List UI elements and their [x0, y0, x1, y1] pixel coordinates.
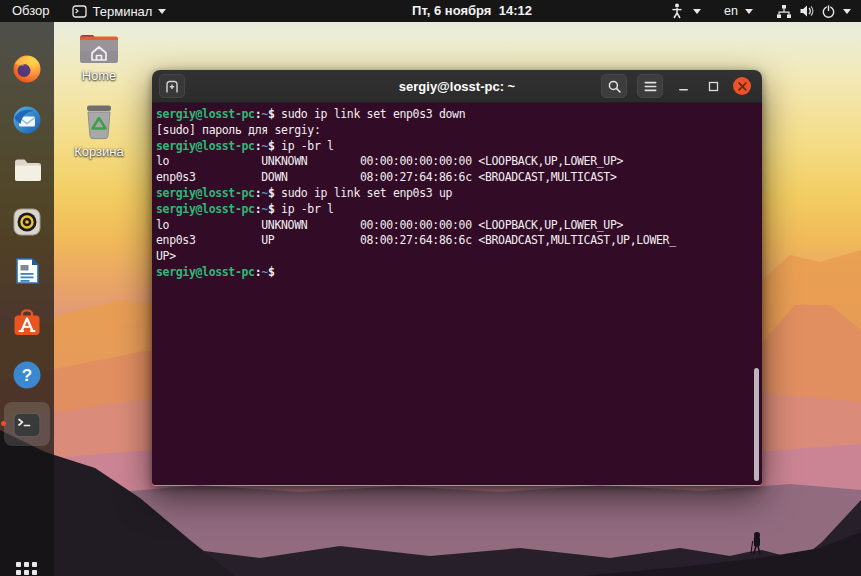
new-tab-button[interactable]	[159, 74, 185, 98]
desktop-icon-label: Корзина	[67, 144, 131, 159]
svg-text:?: ?	[22, 366, 32, 385]
app-menu-label: Терминал	[93, 4, 153, 19]
chevron-down-icon	[158, 9, 166, 14]
scrollbar-thumb[interactable]	[754, 368, 759, 481]
dock-item-help[interactable]: ?	[10, 358, 44, 392]
dock-item-ubuntu-software[interactable]	[10, 306, 44, 340]
terminal-line: UP>	[156, 249, 762, 265]
minimize-button[interactable]	[673, 76, 693, 96]
terminal-line: sergiy@losst-pc:~$ ip -br l	[156, 139, 762, 155]
help-icon: ?	[10, 358, 44, 392]
dock-item-files[interactable]	[10, 153, 44, 187]
close-button[interactable]	[733, 77, 751, 95]
grid-dot	[16, 570, 21, 575]
terminal-line: sergiy@losst-pc:~$ ip -br l	[156, 202, 762, 218]
search-button[interactable]	[601, 74, 627, 98]
power-icon	[821, 4, 836, 19]
dock-item-firefox[interactable]	[10, 52, 44, 86]
libreoffice-writer-icon	[10, 254, 44, 288]
terminal-window: sergiy@losst-pc: ~	[152, 70, 762, 486]
terminal-content[interactable]: sergiy@losst-pc:~$ sudo ip link set enp0…	[152, 103, 762, 485]
trash-icon	[78, 100, 120, 142]
menu-button[interactable]	[637, 74, 663, 98]
desktop-icon-home[interactable]: Home	[67, 28, 131, 83]
firefox-icon	[10, 52, 44, 86]
ubuntu-software-icon	[10, 306, 44, 340]
chevron-down-icon	[843, 9, 851, 14]
terminal-line: sergiy@losst-pc:~$ sudo ip link set enp0…	[156, 186, 762, 202]
terminal-output: sergiy@losst-pc:~$ sudo ip link set enp0…	[156, 107, 762, 281]
rhythmbox-icon	[10, 205, 44, 239]
dock-item-rhythmbox[interactable]	[10, 205, 44, 239]
home-folder-icon	[76, 28, 122, 66]
chevron-down-icon	[745, 9, 753, 14]
terminal-line: lo UNKNOWN 00:00:00:00:00:00 <LOOPBACK,U…	[156, 154, 762, 170]
thunderbird-icon	[10, 103, 44, 137]
terminal-line: enp0s3 DOWN 08:00:27:64:86:6c <BROADCAST…	[156, 170, 762, 186]
dock-item-libreoffice-writer[interactable]	[10, 254, 44, 288]
language-menu[interactable]: en	[724, 4, 753, 18]
top-bar: Обзор Терминал Пт, 6 ноября 14:12 en	[0, 0, 861, 22]
grid-dot	[32, 562, 37, 567]
show-applications-button[interactable]	[16, 562, 40, 576]
titlebar-controls	[601, 74, 762, 98]
new-tab-icon	[164, 79, 180, 94]
hamburger-menu-icon	[644, 81, 657, 92]
dock-item-thunderbird[interactable]	[10, 103, 44, 137]
files-icon	[10, 153, 44, 187]
maximize-button[interactable]	[703, 76, 723, 96]
dock: ?	[0, 22, 54, 576]
volume-icon	[799, 4, 814, 18]
grid-dot	[24, 570, 29, 575]
grid-dot	[32, 570, 37, 575]
system-menu[interactable]	[776, 4, 851, 19]
terminal-line: [sudo] пароль для sergiy:	[156, 123, 762, 139]
terminal-app-icon	[72, 5, 87, 18]
wired-network-icon	[776, 4, 792, 19]
terminal-icon	[10, 408, 44, 442]
maximize-icon	[708, 81, 719, 92]
search-icon	[607, 79, 622, 94]
desktop-icon-label: Home	[67, 68, 131, 83]
app-menu-button[interactable]: Терминал	[62, 0, 177, 22]
terminal-line: sergiy@losst-pc:~$ sudo ip link set enp0…	[156, 107, 762, 123]
close-icon	[738, 82, 747, 91]
terminal-line: lo UNKNOWN 00:00:00:00:00:00 <LOOPBACK,U…	[156, 218, 762, 234]
system-status-area: en	[670, 0, 861, 22]
desktop-icon-trash[interactable]: Корзина	[67, 100, 131, 159]
dock-item-terminal[interactable]	[10, 408, 44, 442]
terminal-line: sergiy@losst-pc:~$	[156, 265, 762, 281]
running-indicator-dot	[1, 421, 6, 426]
clock[interactable]: Пт, 6 ноября 14:12	[412, 0, 532, 22]
language-label: en	[724, 4, 738, 18]
window-titlebar[interactable]: sergiy@losst-pc: ~	[152, 70, 762, 103]
chevron-down-icon[interactable]	[693, 9, 701, 14]
terminal-line: enp0s3 UP 08:00:27:64:86:6c <BROADCAST,M…	[156, 233, 762, 249]
minimize-icon	[678, 81, 689, 92]
accessibility-icon[interactable]	[670, 3, 684, 19]
activities-button[interactable]: Обзор	[0, 0, 62, 22]
grid-dot	[24, 562, 29, 567]
grid-dot	[16, 562, 21, 567]
